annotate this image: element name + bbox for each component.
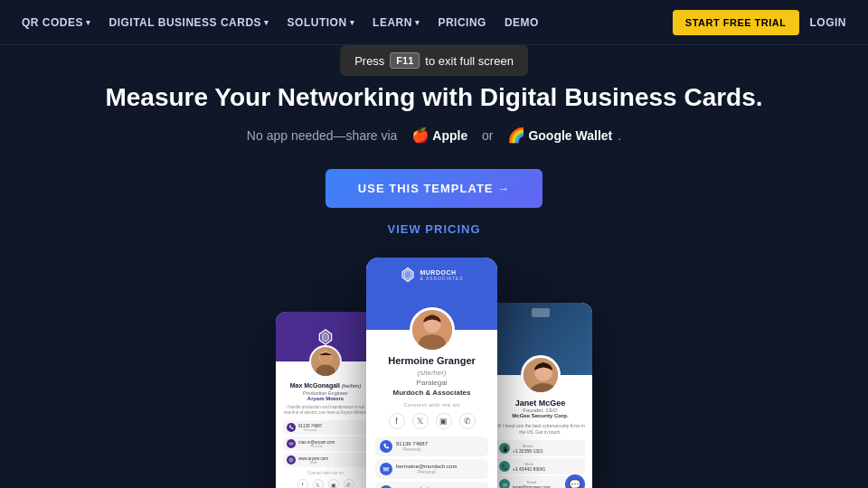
mobile-icon: 📱 — [499, 443, 510, 454]
card-left-avatar — [309, 345, 342, 378]
brand-logo: MURDOCH & ASSOCIATES — [400, 267, 463, 283]
google-brand: 🌈 Google Wallet — [507, 127, 612, 144]
card-left-social: f 𝕏 ▣ ✆ — [283, 479, 368, 488]
brand-diamond-icon — [400, 267, 416, 283]
whatsapp-icon: ✆ — [459, 413, 476, 429]
apple-brand: 🍎 Apple — [411, 127, 467, 144]
twitter-icon: 𝕏 — [313, 479, 324, 488]
svg-point-4 — [316, 365, 335, 378]
instagram-icon: ▣ — [328, 479, 339, 488]
cards-showcase: Max McGonagall (he/him) Production Engin… — [258, 258, 610, 488]
work-icon: 📞 — [499, 461, 510, 472]
card-left-website: www.aryam.com Work — [283, 453, 368, 467]
svg-marker-1 — [323, 333, 329, 342]
chevron-down-icon: ▾ — [415, 18, 420, 27]
f11-key: F11 — [390, 52, 420, 69]
start-free-trial-button[interactable]: START FREE TRIAL — [673, 10, 799, 35]
nav-learn[interactable]: LEARN ▾ — [373, 16, 420, 29]
view-pricing-link[interactable]: VIEW PRICING — [387, 222, 480, 236]
svg-rect-15 — [383, 467, 389, 471]
whatsapp-icon: ✆ — [344, 479, 354, 488]
facebook-icon: f — [297, 479, 308, 488]
card-left-name: Max McGonagall (he/him) — [283, 381, 368, 389]
nav-pricing[interactable]: PRICING — [438, 16, 486, 29]
nav-actions: START FREE TRIAL LOGIN — [673, 10, 846, 35]
fullscreen-tooltip: Press F11 to exit full screen — [340, 45, 528, 76]
chevron-down-icon: ▾ — [86, 18, 91, 27]
card-left-body: Max McGonagall (he/him) Production Engin… — [276, 361, 375, 488]
use-template-button[interactable]: USE THIS TEMPLATE → — [326, 169, 542, 208]
phone-icon — [287, 423, 296, 432]
hero-title: Measure Your Networking with Digital Bus… — [105, 81, 762, 114]
chat-bubble-icon[interactable]: 💬 — [565, 474, 585, 488]
chevron-down-icon: ▾ — [350, 18, 355, 27]
navbar: QR CODES ▾ DIGITAL BUSINESS CARDS ▾ SOLU… — [0, 0, 868, 45]
card-left-header — [276, 312, 375, 361]
main-content: Measure Your Networking with Digital Bus… — [0, 45, 868, 488]
card-center-avatar — [410, 307, 455, 352]
center-name: Hermoine Granger (she/her) — [375, 355, 488, 377]
nav-solution[interactable]: SOLUTION ▾ — [288, 16, 355, 29]
svg-point-14 — [419, 335, 446, 352]
card-left: Max McGonagall (he/him) Production Engin… — [276, 312, 375, 488]
nav-digital-cards[interactable]: DIGITAL BUSINESS CARDS ▾ — [109, 16, 269, 29]
instagram-icon: ▣ — [436, 413, 452, 429]
card-center: MURDOCH & ASSOCIATES Hermoine Granger — [366, 258, 497, 488]
center-website: www.murdoch.com Work — [375, 482, 488, 488]
hero-subtitle: No app needed—share via 🍎 Apple or 🌈 Goo… — [247, 127, 621, 144]
center-phone: 91139 74687 Personal — [375, 436, 488, 456]
facebook-icon: f — [389, 413, 405, 429]
website-icon — [287, 455, 296, 465]
right-mobile: 📱 Mobile +1 32358 1321 — [495, 440, 585, 456]
google-emoji: 🌈 — [507, 127, 525, 144]
right-logo — [532, 308, 550, 317]
card-center-header: MURDOCH & ASSOCIATES — [366, 258, 497, 330]
chevron-down-icon: ▾ — [264, 18, 269, 27]
card-center-body: Hermoine Granger (she/her) Paralegal Mur… — [366, 330, 497, 488]
login-button[interactable]: LOGIN — [810, 16, 847, 29]
phone-icon — [380, 440, 392, 453]
email-icon — [287, 439, 296, 448]
card-left-phone: 91139 74687 Personal — [283, 420, 368, 435]
email-icon — [380, 463, 392, 475]
right-work: 📞 Work +1 43442 83041 — [495, 458, 585, 474]
card-left-logo-icon — [316, 328, 335, 346]
svg-rect-6 — [289, 443, 294, 446]
email-icon: ✉ — [499, 479, 510, 488]
nav-demo[interactable]: DEMO — [505, 16, 539, 29]
center-email: hermoine@murdoch.com Personal — [375, 459, 488, 479]
connect-label: Connect with me on — [283, 471, 368, 475]
card-right-header — [488, 303, 592, 375]
card-left-email: max.m@aryam.com Personal — [283, 436, 368, 451]
nav-qr-codes[interactable]: QR CODES ▾ — [22, 16, 91, 29]
twitter-icon: 𝕏 — [412, 413, 429, 429]
card-right: Janet McGee Founder, CEO McGee Security … — [488, 303, 592, 488]
card-right-avatar — [521, 355, 561, 395]
card-center-social: f 𝕏 ▣ ✆ — [375, 413, 488, 429]
nav-links: QR CODES ▾ DIGITAL BUSINESS CARDS ▾ SOLU… — [22, 16, 539, 29]
apple-emoji: 🍎 — [411, 127, 429, 144]
